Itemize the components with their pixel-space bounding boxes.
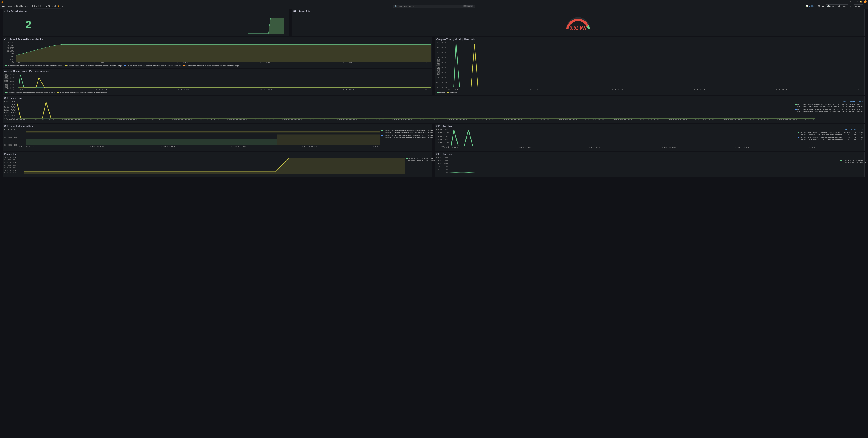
breadcrumb-dashboards[interactable]: Dashboards <box>16 5 28 7</box>
share-icon[interactable]: ⫘ <box>61 5 63 7</box>
breadcrumb: Home › Dashboards › Triton Inference Ser… <box>6 5 63 8</box>
expand-icon[interactable]: — <box>853 1 855 3</box>
navbar: ☰ Home › Dashboards › Triton Inference S… <box>0 4 868 9</box>
plus-icon[interactable]: + <box>850 1 851 3</box>
breadcrumb-current[interactable]: Triton Inference Server1 <box>32 5 56 7</box>
zoom-out-icon[interactable]: ⤢ <box>849 5 852 8</box>
news-icon[interactable]: 🔔 <box>860 1 862 3</box>
breadcrumb-home[interactable]: Home <box>6 5 13 7</box>
help-icon[interactable]: ? <box>857 1 858 3</box>
avatar[interactable] <box>864 0 867 3</box>
titlebar: ◉ + — ? 🔔 <box>0 0 868 4</box>
search-kbd: ⌨cmd+k <box>463 5 473 7</box>
chevron-expand-icon[interactable]: ˇ <box>865 5 866 8</box>
search-icon: 🔍 <box>395 5 397 7</box>
menu-icon[interactable]: ☰ <box>2 4 5 8</box>
refresh-button[interactable]: ↻ 5s ▾ <box>854 4 863 8</box>
search-input[interactable]: 🔍 Search or jump to... ⌨cmd+k <box>393 4 475 8</box>
star-icon[interactable]: ★ <box>58 5 60 8</box>
save-icon[interactable]: 🖫 <box>817 5 820 8</box>
time-range-button[interactable]: 🕓 Last 30 minutes ▾ <box>826 4 848 8</box>
settings-icon[interactable]: ⚙ <box>822 5 824 8</box>
grafana-logo-icon[interactable]: ◉ <box>1 1 3 3</box>
add-button[interactable]: 📊 Add ▾ <box>805 4 816 8</box>
